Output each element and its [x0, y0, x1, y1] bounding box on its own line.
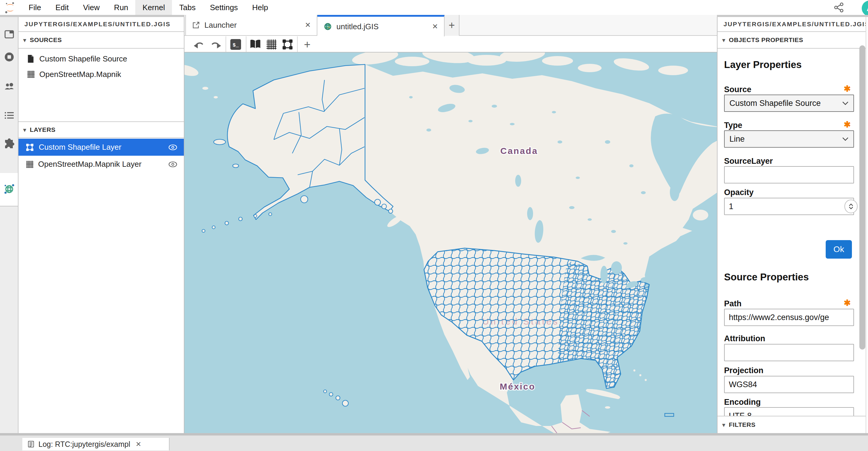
raster-grid-icon[interactable] [266, 38, 277, 50]
vector-polygon-icon[interactable] [282, 38, 293, 50]
basemap-book-icon[interactable] [249, 38, 261, 50]
attribution-field-label: Attribution [724, 334, 765, 343]
close-icon[interactable]: ✕ [305, 21, 311, 29]
opacity-input[interactable] [724, 198, 854, 215]
activity-bar-jgis-slot [0, 173, 19, 206]
sourcelayer-input[interactable] [724, 166, 854, 184]
chevron-down-icon [842, 137, 849, 141]
status-bar: Log: RTC:jupytergis/exampl ✕ [0, 433, 868, 451]
jupyter-logo-icon [4, 2, 15, 13]
new-tab-button[interactable]: + [444, 15, 460, 36]
tab-untitled-jgis[interactable]: untitled.jGIS ✕ [317, 15, 444, 36]
tab-launcher[interactable]: Launcher ✕ [185, 15, 317, 36]
projection-input[interactable] [724, 376, 854, 393]
opacity-spinner[interactable] [844, 200, 858, 213]
layer-label: OpenStreetMap.Mapnik Layer [38, 160, 142, 169]
toolbar-separator [297, 36, 298, 52]
map-label-mexico: México [500, 382, 535, 391]
toolbar-separator [246, 36, 246, 52]
visibility-eye-icon[interactable] [168, 142, 178, 152]
close-icon[interactable]: ✕ [432, 22, 438, 31]
menu-items: File Edit View Run Kernel Tabs Settings … [22, 0, 275, 15]
ok-button[interactable]: Ok [826, 240, 852, 259]
document-icon [26, 54, 35, 63]
required-icon: ✱ [844, 298, 851, 308]
layer-row-osm-mapnik[interactable]: OpenStreetMap.Mapnik Layer [19, 156, 184, 173]
collaboration-icon[interactable] [4, 81, 14, 92]
window-edge [866, 17, 868, 433]
menu-run[interactable]: Run [107, 0, 135, 15]
source-select-value: Custom Shapefile Source [730, 99, 820, 108]
log-icon [27, 440, 35, 448]
menu-settings[interactable]: Settings [203, 0, 245, 15]
properties-form: Layer Properties Source ✱ Custom Shapefi… [717, 49, 868, 416]
source-item-osm-mapnik[interactable]: OpenStreetMap.Mapnik [19, 66, 184, 82]
jupytergis-globe-icon[interactable] [3, 183, 15, 195]
attribution-input[interactable] [724, 344, 854, 361]
running-kernels-icon[interactable] [4, 52, 14, 62]
sources-section-header[interactable]: ▾ SOURCES [19, 32, 184, 49]
table-of-contents-icon[interactable] [4, 110, 14, 121]
undo-icon[interactable] [193, 38, 205, 50]
extensions-icon[interactable] [4, 138, 14, 149]
tab-label: untitled.jGIS [336, 22, 379, 31]
source-field-label: Source [724, 85, 751, 94]
type-field-label: Type [724, 121, 742, 130]
opacity-stepper[interactable] [724, 198, 854, 215]
objects-properties-header[interactable]: ▾ OBJECTS PROPERTIES [717, 32, 868, 49]
source-item-custom-shapefile[interactable]: Custom Shapefile Source [19, 51, 184, 66]
filters-header-label: FILTERS [729, 421, 755, 428]
layer-properties-title: Layer Properties [724, 59, 802, 71]
chevron-down-icon [842, 101, 849, 105]
map-canvas[interactable]: United States [184, 53, 717, 433]
visibility-eye-icon[interactable] [168, 159, 178, 169]
source-select[interactable]: Custom Shapefile Source [724, 94, 854, 112]
menu-kernel[interactable]: Kernel [135, 0, 172, 15]
panel-scrollbar[interactable] [859, 45, 865, 349]
left-panel-breadcrumb: JUPYTERGIS/EXAMPLES/UNTITLED.JGIS [19, 17, 184, 32]
filters-section-header[interactable]: ▾ FILTERS [717, 416, 868, 433]
log-console-tab[interactable]: Log: RTC:jupytergis/exampl ✕ [22, 438, 169, 450]
share-icon[interactable] [833, 2, 844, 13]
layer-label: Custom Shapefile Layer [39, 143, 121, 152]
activity-bar-bottom [0, 206, 19, 433]
add-layer-plus-icon[interactable]: + [301, 38, 313, 50]
caret-down-icon: ▾ [722, 37, 725, 44]
right-panel-breadcrumb: JUPYTERGIS/EXAMPLES/UNTITLED.JGIS [717, 17, 868, 32]
layers-section-header[interactable]: ▾ LAYERS [19, 121, 184, 138]
source-item-label: Custom Shapefile Source [39, 54, 127, 63]
menu-edit[interactable]: Edit [48, 0, 76, 15]
caret-down-icon: ▾ [23, 37, 26, 44]
tab-bar: Launcher ✕ untitled.jGIS ✕ [184, 15, 717, 36]
menu-help[interactable]: Help [245, 0, 275, 15]
menu-tabs[interactable]: Tabs [172, 0, 203, 15]
caret-down-icon: ▾ [722, 421, 725, 428]
redo-icon[interactable] [210, 38, 222, 50]
grid-icon [25, 160, 34, 169]
layer-row-custom-shapefile[interactable]: Custom Shapefile Layer [19, 139, 184, 156]
type-select[interactable]: Line [724, 130, 854, 148]
opacity-field-label: Opacity [724, 188, 753, 197]
caret-down-icon: ▾ [23, 126, 26, 133]
map-svg: United States [184, 53, 717, 433]
close-icon[interactable]: ✕ [135, 440, 141, 448]
jgis-toolbar: $_ + [184, 36, 717, 53]
launcher-icon [192, 21, 200, 29]
encoding-input[interactable] [724, 407, 854, 416]
console-icon[interactable]: $_ [230, 38, 242, 50]
file-browser-icon[interactable] [4, 29, 14, 40]
encoding-field-label: Encoding [724, 398, 761, 407]
menu-bar: File Edit View Run Kernel Tabs Settings … [0, 0, 868, 15]
jupyterlab-window: File Edit View Run Kernel Tabs Settings … [0, 0, 868, 451]
menu-file[interactable]: File [22, 0, 48, 15]
tab-label: Launcher [205, 21, 237, 30]
path-input[interactable] [724, 309, 854, 326]
type-select-value: Line [730, 135, 745, 144]
toolbar-separator [225, 36, 226, 52]
required-icon: ✱ [844, 84, 851, 94]
required-icon: ✱ [844, 120, 851, 130]
source-properties-title: Source Properties [724, 272, 809, 283]
projection-field-label: Projection [724, 366, 764, 375]
menu-view[interactable]: View [76, 0, 107, 15]
objects-properties-panel: JUPYTERGIS/EXAMPLES/UNTITLED.JGIS ▾ OBJE… [717, 17, 868, 433]
